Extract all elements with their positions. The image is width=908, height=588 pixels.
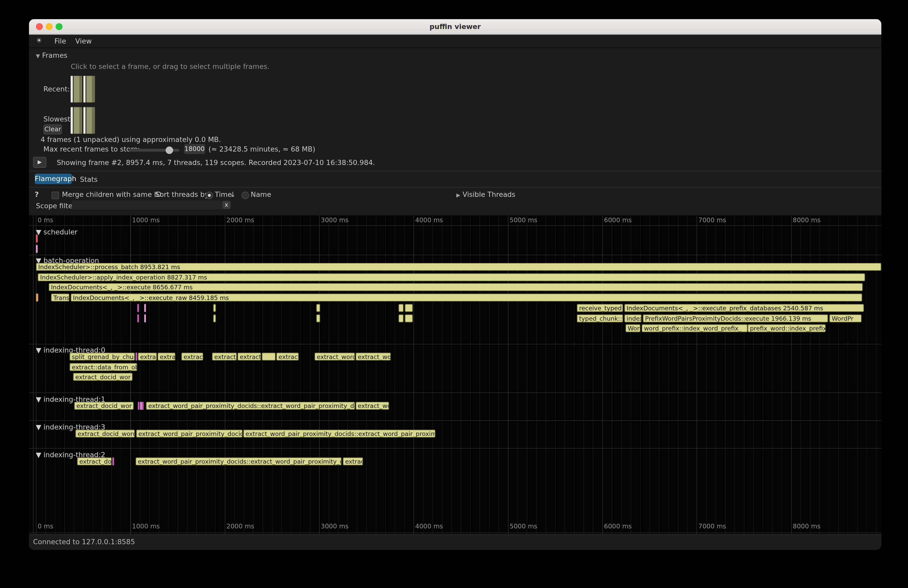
- slowest-frame-thumbnail[interactable]: [84, 107, 95, 134]
- separator: [29, 171, 881, 171]
- sort-direction-icon[interactable]: ↓: [230, 190, 235, 198]
- time-tick-label: 3000 ms: [321, 523, 349, 530]
- flame-scope-bar[interactable]: [142, 402, 144, 410]
- clear-button[interactable]: Clear: [43, 124, 62, 134]
- flame-scope-bar[interactable]: extract_docid_word: [75, 429, 135, 437]
- flame-scope-bar[interactable]: extract_wo: [356, 402, 389, 410]
- flame-scope-bar[interactable]: extract_: [237, 353, 261, 361]
- flame-scope-bar[interactable]: word_prefix::index_word_prefix_: [642, 324, 748, 333]
- flame-scope-bar[interactable]: extract_docid_wor: [74, 402, 134, 410]
- time-tick-label: 5000 ms: [510, 523, 538, 530]
- close-button[interactable]: [36, 23, 43, 30]
- flame-scope-bar[interactable]: [36, 235, 38, 243]
- max-frames-value[interactable]: 18000: [184, 144, 205, 154]
- time-tick-label: 7000 ms: [699, 217, 726, 224]
- sort-time-radio[interactable]: [206, 192, 213, 199]
- minimize-button[interactable]: [46, 23, 53, 30]
- flame-scope-bar[interactable]: extract_doc: [77, 457, 112, 465]
- flame-scope-bar[interactable]: [316, 304, 320, 312]
- time-tick-label: 8000 ms: [793, 217, 820, 224]
- thread-header[interactable]: ▼ scheduler: [36, 228, 77, 236]
- puffin-viewer-window: puffin viewer ☀ File View ▼ Frames Click…: [29, 19, 881, 550]
- flame-scope-bar[interactable]: [213, 304, 216, 312]
- menu-view[interactable]: View: [76, 37, 92, 45]
- time-tick-label: 6000 ms: [604, 217, 632, 224]
- flame-scope-bar[interactable]: split_grenad_by_chun: [69, 353, 135, 361]
- flame-scope-bar[interactable]: [144, 314, 146, 322]
- flame-scope-bar[interactable]: prefix_word::index_prefix_wo: [748, 324, 826, 333]
- flame-scope-bar[interactable]: receive_typed_: [577, 304, 623, 312]
- thread-divider: [29, 420, 881, 421]
- flame-scope-bar[interactable]: IndexDocuments<_, _>::execute_prefix_dat…: [624, 304, 864, 312]
- max-frames-slider-knob[interactable]: [166, 146, 173, 154]
- flame-scope-bar[interactable]: [316, 314, 320, 322]
- flame-scope-bar[interactable]: extract_word: [314, 353, 355, 361]
- time-tick-label: 5000 ms: [510, 217, 538, 224]
- play-button[interactable]: ▶: [33, 157, 46, 168]
- flame-scope-bar[interactable]: [113, 457, 114, 465]
- flame-scope-bar[interactable]: IndexDocuments<_, _>::execute_raw 8459.1…: [71, 294, 862, 302]
- flame-scope-bar[interactable]: [144, 304, 146, 312]
- flame-scope-bar[interactable]: [213, 314, 216, 322]
- flame-scope-bar[interactable]: [137, 314, 139, 322]
- flame-scope-bar[interactable]: extract: [276, 353, 299, 361]
- flame-scope-bar[interactable]: [262, 353, 276, 361]
- sort-name-radio[interactable]: [241, 192, 249, 199]
- flame-scope-bar[interactable]: [405, 314, 413, 322]
- flame-scope-bar[interactable]: Trans: [51, 294, 69, 302]
- flame-scope-bar[interactable]: extract_word_pair_proximity_docids: [136, 429, 243, 437]
- flame-scope-bar[interactable]: [36, 245, 38, 253]
- recent-frames-strip[interactable]: [71, 76, 96, 103]
- slowest-frames-strip[interactable]: [71, 107, 96, 134]
- merge-children-label[interactable]: Merge children with same ID: [62, 190, 161, 198]
- flame-scope-bar[interactable]: [138, 402, 140, 410]
- flame-scope-bar[interactable]: [405, 304, 413, 312]
- flame-scope-bar[interactable]: extrac: [343, 457, 363, 465]
- recent-label: Recent:: [43, 85, 70, 93]
- titlebar[interactable]: puffin viewer: [29, 19, 881, 35]
- sort-time-label[interactable]: Time: [215, 190, 232, 198]
- flame-scope-bar[interactable]: extract_word_pair_proximity_docids::extr…: [243, 429, 435, 437]
- flame-scope-bar[interactable]: [137, 304, 139, 312]
- flame-scope-bar[interactable]: typed_chunk::w: [577, 314, 623, 322]
- menu-file[interactable]: File: [55, 37, 66, 45]
- flame-scope-bar[interactable]: IndexScheduler>::process_batch 8953.821 …: [36, 263, 881, 271]
- flame-scope-bar[interactable]: extract_wo: [356, 353, 391, 361]
- tab-stats[interactable]: Stats: [80, 175, 97, 183]
- flame-scope-bar[interactable]: index: [624, 314, 642, 322]
- flame-scope-bar[interactable]: [140, 402, 142, 410]
- flame-scope-bar[interactable]: extract_: [212, 353, 237, 361]
- flame-scope-bar[interactable]: extract_docid_wor: [73, 373, 133, 381]
- flame-scope-bar[interactable]: PrefixWordPairsProximityDocids::execute …: [642, 314, 828, 322]
- flame-scope-bar[interactable]: [398, 304, 404, 312]
- flame-scope-bar[interactable]: extract: [138, 353, 157, 361]
- slowest-frame-thumbnail[interactable]: [71, 107, 82, 134]
- flame-scope-bar[interactable]: [36, 294, 39, 302]
- time-tick-label: 3000 ms: [321, 217, 349, 224]
- flame-scope-bar[interactable]: [398, 314, 404, 322]
- recent-frame-thumbnail[interactable]: [71, 76, 82, 103]
- visible-threads-toggle[interactable]: ▶ Visible Threads: [456, 190, 515, 198]
- merge-children-checkbox[interactable]: [52, 192, 59, 199]
- flame-scope-bar[interactable]: extract_word_pair_proximity_docids::extr…: [135, 457, 342, 465]
- flame-scope-bar[interactable]: Word: [625, 324, 640, 333]
- flamegraph-canvas[interactable]: 0 ms0 ms1000 ms1000 ms2000 ms2000 ms3000…: [29, 215, 881, 534]
- flame-scope-bar[interactable]: [135, 353, 137, 361]
- theme-toggle-icon[interactable]: ☀: [36, 37, 42, 45]
- flame-scope-bar[interactable]: extrac: [181, 353, 203, 361]
- maximize-button[interactable]: [56, 23, 63, 30]
- flame-scope-bar[interactable]: extract::data_from_ob: [69, 363, 137, 371]
- flame-scope-bar[interactable]: extra: [158, 353, 175, 361]
- flame-scope-bar[interactable]: WordPr: [829, 314, 861, 322]
- flame-scope-bar[interactable]: IndexScheduler>::apply_index_operation 8…: [38, 273, 865, 281]
- frames-section-header[interactable]: ▼ Frames: [36, 51, 68, 59]
- scope-filter-input[interactable]: [72, 200, 222, 210]
- scope-filter-label: Scope filter:: [36, 202, 78, 210]
- flame-scope-bar[interactable]: extract_word_pair_proximity_docids::extr…: [146, 402, 355, 410]
- recent-frame-thumbnail[interactable]: [84, 76, 95, 103]
- sort-name-label[interactable]: Name: [251, 190, 271, 198]
- clear-filter-button[interactable]: x: [222, 201, 230, 209]
- tab-flamegraph[interactable]: Flamegraph: [35, 174, 72, 184]
- help-button[interactable]: ?: [35, 190, 39, 198]
- flame-scope-bar[interactable]: IndexDocuments<_, _>::execute 8656.677 m…: [49, 283, 863, 291]
